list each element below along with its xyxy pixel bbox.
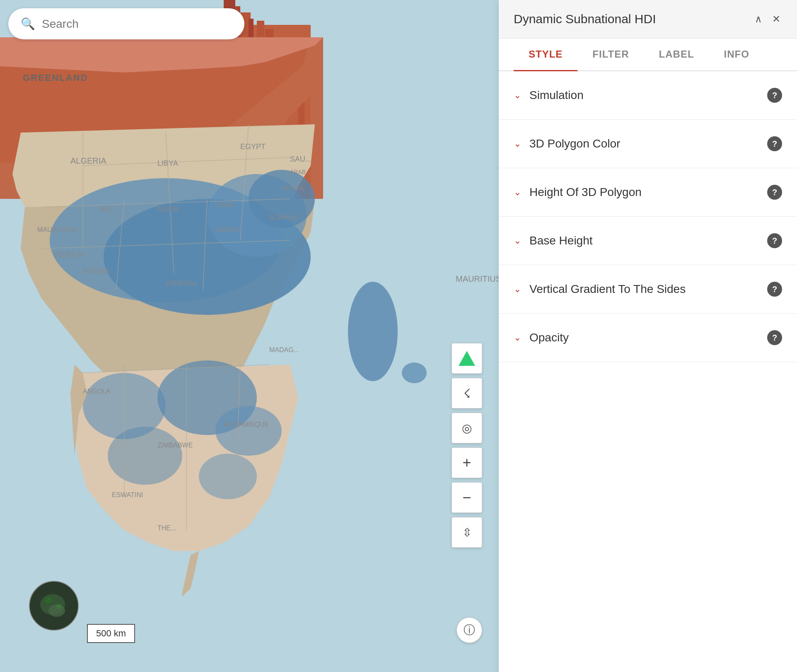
- tab-info[interactable]: INFO: [709, 39, 764, 71]
- svg-text:THE...: THE...: [157, 525, 176, 532]
- panel-title: Dynamic Subnational HDI: [514, 12, 656, 26]
- svg-text:MAURITANIA: MAURITANIA: [37, 226, 78, 233]
- section-polygon-color-label: 3D Polygon Color: [529, 137, 620, 150]
- svg-point-32: [348, 282, 398, 381]
- tilt-button[interactable]: ⇳: [452, 517, 482, 548]
- svg-text:MOZAMBIQUE: MOZAMBIQUE: [224, 421, 269, 428]
- help-base-height[interactable]: ?: [767, 233, 782, 248]
- section-polygon-color[interactable]: ⌄ 3D Polygon Color ?: [499, 120, 797, 168]
- north-triangle-icon: [459, 351, 475, 366]
- section-simulation-label: Simulation: [529, 89, 584, 102]
- section-base-height[interactable]: ⌄ Base Height ?: [499, 217, 797, 265]
- svg-text:ARAB...: ARAB...: [290, 169, 311, 175]
- svg-text:ZIMBABWE: ZIMBABWE: [157, 442, 193, 449]
- svg-text:ETHIOPIA: ETHIOPIA: [166, 280, 197, 287]
- search-bar: 🔍: [8, 8, 244, 39]
- section-height-3d-label: Height Of 3D Polygon: [529, 186, 642, 199]
- chevron-height-3d: ⌄: [514, 187, 521, 198]
- svg-text:MADAG...: MADAG...: [269, 346, 299, 353]
- section-base-height-label: Base Height: [529, 234, 593, 247]
- layers-icon: ☇: [464, 386, 471, 401]
- help-simulation[interactable]: ?: [767, 88, 782, 103]
- minimap[interactable]: [29, 581, 79, 631]
- panel-content: ⌄ Simulation ? ⌄ 3D Polygon Color ? ⌄ He…: [499, 71, 797, 672]
- close-button[interactable]: ✕: [770, 12, 782, 27]
- compass-icon: ◎: [462, 421, 472, 435]
- svg-text:SENEGAL: SENEGAL: [54, 251, 85, 258]
- zoom-in-button[interactable]: +: [452, 447, 482, 478]
- chevron-base-height: ⌄: [514, 235, 521, 246]
- tilt-icon: ⇳: [462, 526, 472, 539]
- panel-header-icons: ∧ ✕: [753, 12, 782, 27]
- panel-tabs: STYLE FILTER LABEL INFO: [499, 39, 797, 71]
- svg-text:ALGERIA: ALGERIA: [70, 156, 106, 165]
- help-vertical-gradient[interactable]: ?: [767, 282, 782, 297]
- right-panel: Dynamic Subnational HDI ∧ ✕ STYLE FILTER…: [499, 0, 797, 672]
- svg-point-28: [108, 427, 182, 485]
- chevron-simulation: ⌄: [514, 90, 521, 101]
- svg-text:ANGOLA: ANGOLA: [83, 388, 111, 395]
- svg-text:GREENLAND: GREENLAND: [23, 73, 88, 83]
- tab-filter[interactable]: FILTER: [577, 39, 644, 71]
- north-button[interactable]: [452, 343, 482, 374]
- svg-point-27: [215, 406, 282, 456]
- chevron-vertical-gradient: ⌄: [514, 284, 521, 295]
- svg-text:EGYPT: EGYPT: [240, 143, 266, 151]
- svg-text:SAU...: SAU...: [290, 155, 312, 163]
- help-opacity[interactable]: ?: [767, 330, 782, 345]
- scale-bar: 500 km: [87, 624, 135, 643]
- svg-point-33: [402, 363, 427, 383]
- search-icon: 🔍: [21, 17, 35, 31]
- map-controls: ☇ ◎ + − ⇳: [452, 343, 482, 548]
- panel-header: Dynamic Subnational HDI ∧ ✕: [499, 0, 797, 39]
- tab-label[interactable]: LABEL: [644, 39, 709, 71]
- compass-button[interactable]: ◎: [452, 413, 482, 443]
- section-opacity[interactable]: ⌄ Opacity ?: [499, 314, 797, 362]
- svg-text:NIGER: NIGER: [157, 205, 179, 213]
- help-polygon-color[interactable]: ?: [767, 136, 782, 151]
- svg-text:SOMALIA: SOMALIA: [269, 214, 299, 221]
- svg-text:KENYA: KENYA: [282, 185, 304, 192]
- svg-text:ESWATINI: ESWATINI: [112, 491, 143, 498]
- info-button[interactable]: ⓘ: [456, 617, 482, 643]
- svg-point-73: [56, 604, 61, 609]
- section-vertical-gradient[interactable]: ⌄ Vertical Gradient To The Sides ?: [499, 265, 797, 314]
- section-vertical-gradient-label: Vertical Gradient To The Sides: [529, 283, 686, 296]
- layers-button[interactable]: ☇: [452, 378, 482, 409]
- svg-text:MAURITIUS: MAURITIUS: [456, 274, 501, 283]
- chevron-polygon-color: ⌄: [514, 138, 521, 149]
- info-icon: ⓘ: [464, 622, 475, 638]
- section-opacity-label: Opacity: [529, 331, 569, 344]
- svg-point-29: [199, 454, 257, 499]
- svg-text:LIBYA: LIBYA: [157, 159, 178, 167]
- zoom-out-button[interactable]: −: [452, 482, 482, 513]
- chevron-opacity: ⌄: [514, 332, 521, 343]
- svg-text:CHAD: CHAD: [215, 201, 234, 208]
- svg-text:NIGERIA: NIGERIA: [83, 268, 110, 275]
- help-height-3d[interactable]: ?: [767, 185, 782, 200]
- svg-text:MALI: MALI: [99, 205, 115, 213]
- svg-text:SUDAN: SUDAN: [215, 226, 239, 233]
- section-simulation[interactable]: ⌄ Simulation ?: [499, 71, 797, 120]
- section-height-3d[interactable]: ⌄ Height Of 3D Polygon ?: [499, 168, 797, 217]
- search-input[interactable]: [42, 17, 232, 31]
- svg-point-72: [45, 597, 52, 604]
- tab-style[interactable]: STYLE: [514, 39, 577, 71]
- collapse-button[interactable]: ∧: [753, 12, 764, 27]
